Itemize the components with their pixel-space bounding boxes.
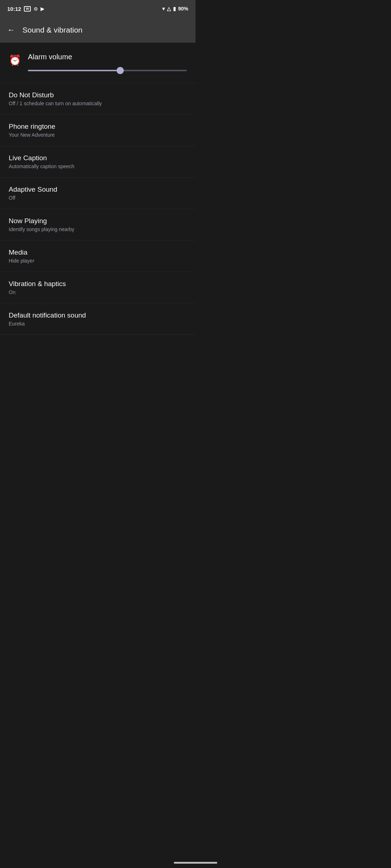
settings-item-vibration-haptics[interactable]: Vibration & hapticsOn [0,272,196,303]
app-bar: ← Sound & vibration [0,17,196,43]
settings-subtitle-do-not-disturb: Off / 1 schedule can turn on automatical… [9,101,187,106]
alarm-content: Alarm volume [28,53,187,74]
status-left: 10:12 W ⊙ ▶ [7,6,44,12]
settings-item-phone-ringtone[interactable]: Phone ringtoneYour New Adventure [0,115,196,146]
wifi-icon: ▾ [162,6,165,12]
settings-list: Do Not DisturbOff / 1 schedule can turn … [0,83,196,335]
cast-icon: ⊙ [34,6,38,12]
settings-subtitle-default-notification-sound: Eureka [9,321,187,327]
alarm-volume-label: Alarm volume [28,53,187,61]
settings-title-media: Media [9,248,187,256]
slider-thumb[interactable] [117,67,124,74]
youtube-icon: ▶ [41,6,44,12]
settings-subtitle-now-playing: Identify songs playing nearby [9,226,187,232]
settings-item-media[interactable]: MediaHide player [0,241,196,272]
status-bar: 10:12 W ⊙ ▶ ▾ △ ▮ 90% [0,0,196,17]
alarm-volume-section: ⏰ Alarm volume [0,43,196,83]
page-title: Sound & vibration [22,26,83,34]
settings-title-now-playing: Now Playing [9,217,187,225]
settings-item-adaptive-sound[interactable]: Adaptive SoundOff [0,178,196,209]
settings-item-default-notification-sound[interactable]: Default notification soundEureka [0,303,196,335]
settings-title-phone-ringtone: Phone ringtone [9,123,187,131]
slider-track [28,70,187,71]
settings-item-now-playing[interactable]: Now PlayingIdentify songs playing nearby [0,209,196,241]
settings-item-do-not-disturb[interactable]: Do Not DisturbOff / 1 schedule can turn … [0,83,196,115]
settings-subtitle-adaptive-sound: Off [9,195,187,201]
settings-subtitle-phone-ringtone: Your New Adventure [9,132,187,138]
back-button[interactable]: ← [7,25,15,35]
settings-subtitle-vibration-haptics: On [9,289,187,295]
settings-subtitle-media: Hide player [9,258,187,264]
settings-subtitle-live-caption: Automatically caption speech [9,163,187,169]
settings-title-adaptive-sound: Adaptive Sound [9,186,187,193]
signal-icon: △ [167,6,171,12]
status-right: ▾ △ ▮ 90% [162,6,188,12]
alarm-volume-slider[interactable] [28,67,187,74]
settings-title-live-caption: Live Caption [9,154,187,162]
settings-title-vibration-haptics: Vibration & haptics [9,280,187,288]
alarm-icon: ⏰ [9,54,21,66]
settings-item-live-caption[interactable]: Live CaptionAutomatically caption speech [0,146,196,178]
w-icon: W [24,6,31,12]
settings-title-do-not-disturb: Do Not Disturb [9,91,187,99]
content-area: ⏰ Alarm volume Do Not DisturbOff / 1 sch… [0,43,196,335]
battery-percent: 90% [178,6,188,12]
slider-filled [28,70,120,71]
battery-icon: ▮ [173,6,176,12]
status-time: 10:12 [7,6,21,12]
settings-title-default-notification-sound: Default notification sound [9,311,187,319]
